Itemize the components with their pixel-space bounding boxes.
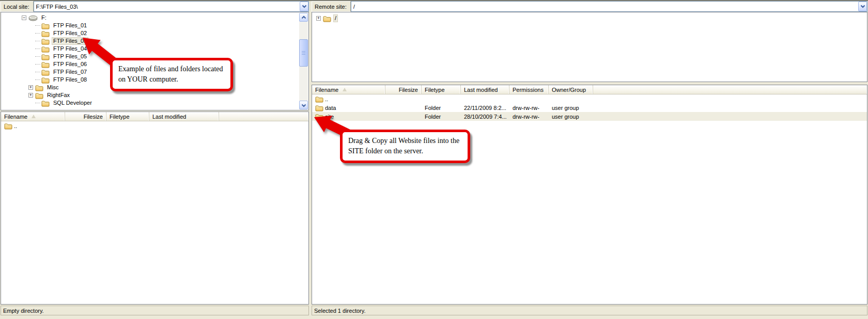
remote-callout-note: Drag & Copy all Website files into the S… [340, 130, 470, 163]
folder-icon [41, 22, 50, 29]
folder-icon [35, 92, 43, 99]
tree-item-sql-developer[interactable]: SQL Developer [22, 99, 308, 107]
local-callout-note: Example of files and folders located on … [110, 58, 233, 91]
chevron-down-icon [301, 103, 306, 107]
remote-list-row-parent[interactable]: .. [312, 94, 867, 103]
remote-list-row-site[interactable]: site Folder 28/10/2009 7:4... drw-rw-rw-… [312, 112, 867, 121]
tree-item-ftp-files-02[interactable]: FTP Files_02 [22, 29, 308, 37]
folder-icon [315, 104, 323, 111]
remote-path-input[interactable] [351, 2, 858, 11]
tree-item-rightfax[interactable]: + RightFax [22, 91, 308, 99]
column-header-last-modified[interactable]: Last modified [461, 85, 509, 94]
chevron-up-icon [301, 15, 306, 20]
remote-site-bar: Remote site: [312, 1, 867, 12]
folder-icon [315, 113, 323, 120]
selected-tree-item-label: FTP Files_03 [52, 37, 88, 45]
remote-status-bar: Selected 1 directory. [312, 306, 867, 315]
tree-item-ftp-files-04[interactable]: FTP Files_04 [22, 45, 308, 53]
column-header-permissions[interactable]: Permissions [509, 85, 549, 94]
chevron-down-icon [860, 4, 866, 9]
local-path-input[interactable] [34, 2, 300, 11]
folder-icon [35, 84, 43, 91]
remote-path-dropdown-button[interactable] [858, 2, 867, 11]
folder-icon [41, 45, 50, 53]
column-header-filesize[interactable]: Filesize [385, 85, 422, 94]
remote-list-row-data[interactable]: data Folder 22/11/2009 8:2... drw-rw-rw-… [312, 103, 867, 112]
remote-path-combo [351, 1, 867, 12]
expand-icon[interactable]: + [316, 16, 321, 21]
ftp-client-window: Local site: − F: FTP Files_01 FTP Fi [0, 0, 868, 319]
column-header-owner-group[interactable]: Owner/Group [549, 85, 593, 94]
remote-directory-tree: + / [312, 12, 867, 82]
column-header-last-modified[interactable]: Last modified [149, 112, 219, 121]
folder-icon [4, 122, 12, 130]
selected-tree-item-label: / [333, 14, 338, 22]
remote-file-list: Filename Filesize Filetype Last modified… [312, 85, 867, 305]
column-header-filesize[interactable]: Filesize [65, 112, 106, 121]
local-site-label: Local site: [1, 1, 34, 12]
open-folder-icon [41, 38, 50, 45]
expand-icon[interactable]: + [28, 93, 33, 98]
column-header-filetype[interactable]: Filetype [106, 112, 149, 121]
drive-icon [28, 15, 38, 21]
local-file-list: Filename Filesize Filetype Last modified… [1, 111, 309, 305]
tree-item-ftp-files-03[interactable]: FTP Files_03 [22, 37, 308, 45]
folder-icon [315, 95, 323, 103]
expand-icon[interactable]: + [28, 85, 33, 90]
tree-item-drive-f[interactable]: − F: [22, 14, 308, 22]
local-site-bar: Local site: [1, 1, 309, 12]
column-header-filetype[interactable]: Filetype [422, 85, 461, 94]
scrollbar-track[interactable] [299, 22, 308, 101]
local-status-bar: Empty directory. [1, 306, 309, 315]
collapse-icon[interactable]: − [22, 15, 26, 20]
remote-status-text: Selected 1 directory. [314, 308, 365, 314]
scroll-down-button[interactable] [299, 101, 308, 109]
local-path-combo [34, 1, 309, 12]
chevron-down-icon [301, 4, 307, 9]
scrollbar-thumb[interactable] [299, 39, 308, 67]
local-list-header: Filename Filesize Filetype Last modified [1, 112, 308, 121]
remote-site-label: Remote site: [312, 1, 351, 12]
column-header-filename[interactable]: Filename [1, 112, 65, 121]
local-path-dropdown-button[interactable] [300, 2, 308, 11]
folder-icon [41, 30, 50, 37]
tree-item-root[interactable]: + / [316, 14, 867, 22]
local-status-text: Empty directory. [3, 308, 44, 314]
folder-icon [41, 61, 50, 68]
open-folder-icon [323, 15, 331, 22]
local-list-row-parent[interactable]: .. [1, 121, 308, 130]
remote-list-header: Filename Filesize Filetype Last modified… [312, 85, 867, 94]
folder-icon [41, 53, 50, 60]
tree-item-ftp-files-01[interactable]: FTP Files_01 [22, 22, 308, 29]
scroll-up-button[interactable] [299, 13, 308, 22]
local-tree-scrollbar[interactable] [299, 13, 308, 109]
folder-icon [41, 76, 50, 84]
folder-icon [41, 100, 50, 107]
sort-ascending-icon [343, 88, 347, 91]
folder-icon [41, 69, 50, 76]
sort-ascending-icon [32, 115, 36, 118]
column-header-filename[interactable]: Filename [312, 85, 385, 94]
